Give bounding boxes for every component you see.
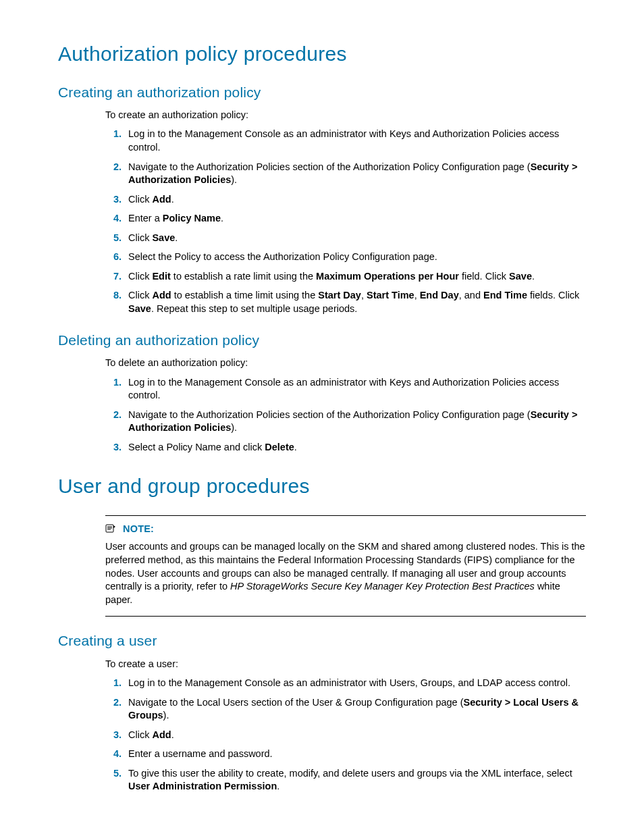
note-block: NOTE: User accounts and groups can be ma…	[105, 515, 586, 617]
list-item: Log in to the Management Console as an a…	[128, 677, 586, 690]
steps-list: Log in to the Management Console as an a…	[58, 128, 586, 315]
list-item: Enter a Policy Name.	[128, 212, 586, 226]
list-item: Enter a username and password.	[128, 748, 586, 761]
list-item: To give this user the ability to create,…	[128, 767, 586, 793]
page-title-authorization: Authorization policy procedures	[58, 41, 586, 68]
list-item: Click Save.	[128, 232, 586, 245]
list-item: Click Add to establish a time limit usin…	[128, 289, 586, 315]
note-body: User accounts and groups can be managed …	[105, 540, 586, 606]
list-item: Select a Policy Name and click Delete.	[128, 441, 586, 454]
steps-list: Log in to the Management Console as an a…	[58, 376, 586, 454]
note-label: NOTE:	[123, 523, 154, 534]
steps-list: Log in to the Management Console as an a…	[58, 677, 586, 793]
intro-text: To delete an authorization policy:	[105, 357, 586, 370]
intro-text: To create a user:	[105, 658, 586, 671]
list-item: Log in to the Management Console as an a…	[128, 376, 586, 402]
list-item: Click Add.	[128, 729, 586, 742]
list-item: Select the Policy to access the Authoriz…	[128, 251, 586, 264]
list-item: Navigate to the Authorization Policies s…	[128, 409, 586, 435]
page-title-user-group: User and group procedures	[58, 473, 586, 500]
list-item: Log in to the Management Console as an a…	[128, 128, 586, 154]
list-item: Navigate to the Local Users section of t…	[128, 696, 586, 723]
list-item: Click Edit to establish a rate limit usi…	[128, 270, 586, 284]
section-creating-user: Creating a user	[58, 631, 586, 650]
list-item: Navigate to the Authorization Policies s…	[128, 161, 586, 187]
section-deleting-auth-policy: Deleting an authorization policy	[58, 331, 586, 350]
section-creating-auth-policy: Creating an authorization policy	[58, 83, 586, 102]
list-item: Click Add.	[128, 193, 586, 207]
intro-text: To create an authorization policy:	[105, 109, 586, 122]
note-icon	[105, 523, 116, 537]
